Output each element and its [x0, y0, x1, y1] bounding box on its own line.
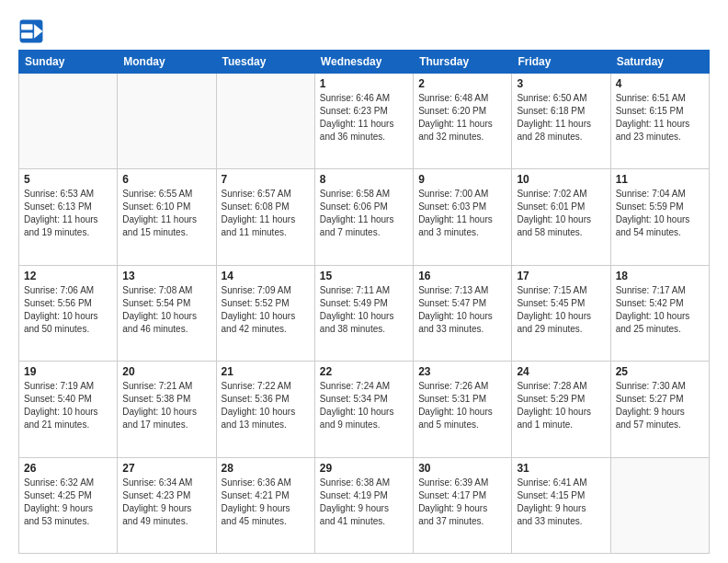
day-cell: 9Sunrise: 7:00 AMSunset: 6:03 PMDaylight…	[414, 169, 512, 265]
day-cell: 17Sunrise: 7:15 AMSunset: 5:45 PMDayligh…	[512, 265, 610, 361]
day-cell: 18Sunrise: 7:17 AMSunset: 5:42 PMDayligh…	[610, 265, 709, 361]
day-info: Sunrise: 6:39 AMSunset: 4:17 PMDaylight:…	[418, 477, 506, 528]
day-cell: 16Sunrise: 7:13 AMSunset: 5:47 PMDayligh…	[414, 265, 512, 361]
day-cell: 22Sunrise: 7:24 AMSunset: 5:34 PMDayligh…	[314, 362, 413, 457]
day-info: Sunrise: 6:46 AMSunset: 6:23 PMDaylight:…	[320, 92, 408, 144]
day-number: 1	[320, 77, 408, 90]
day-cell: 30Sunrise: 6:39 AMSunset: 4:17 PMDayligh…	[414, 457, 512, 553]
week-row: 12Sunrise: 7:06 AMSunset: 5:56 PMDayligh…	[19, 265, 710, 361]
day-number: 31	[517, 462, 605, 475]
day-cell: 12Sunrise: 7:06 AMSunset: 5:56 PMDayligh…	[19, 265, 118, 361]
day-info: Sunrise: 7:04 AMSunset: 5:59 PMDaylight:…	[616, 188, 704, 239]
day-number: 28	[222, 462, 310, 475]
day-cell: 6Sunrise: 6:55 AMSunset: 6:10 PMDaylight…	[118, 169, 216, 265]
day-info: Sunrise: 7:02 AMSunset: 6:01 PMDaylight:…	[517, 188, 605, 239]
weekday-header: Sunday	[19, 51, 118, 74]
week-row: 19Sunrise: 7:19 AMSunset: 5:40 PMDayligh…	[19, 362, 710, 457]
day-cell: 3Sunrise: 6:50 AMSunset: 6:18 PMDaylight…	[512, 74, 610, 169]
day-info: Sunrise: 6:34 AMSunset: 4:23 PMDaylight:…	[122, 477, 210, 528]
day-number: 29	[320, 462, 408, 475]
day-cell: 15Sunrise: 7:11 AMSunset: 5:49 PMDayligh…	[314, 265, 413, 361]
week-row: 1Sunrise: 6:46 AMSunset: 6:23 PMDaylight…	[19, 74, 710, 169]
weekday-header: Wednesday	[314, 51, 413, 74]
day-cell	[216, 74, 314, 169]
svg-rect-3	[21, 33, 32, 39]
day-number: 10	[517, 173, 605, 186]
day-cell: 26Sunrise: 6:32 AMSunset: 4:25 PMDayligh…	[19, 457, 118, 553]
day-cell: 19Sunrise: 7:19 AMSunset: 5:40 PMDayligh…	[19, 362, 118, 457]
day-info: Sunrise: 7:22 AMSunset: 5:36 PMDaylight:…	[222, 380, 310, 431]
day-number: 22	[320, 365, 408, 378]
day-number: 5	[24, 173, 112, 186]
day-info: Sunrise: 6:53 AMSunset: 6:13 PMDaylight:…	[24, 188, 112, 239]
day-info: Sunrise: 7:17 AMSunset: 5:42 PMDaylight:…	[616, 284, 704, 336]
header-row: SundayMondayTuesdayWednesdayThursdayFrid…	[19, 51, 710, 74]
day-info: Sunrise: 6:57 AMSunset: 6:08 PMDaylight:…	[222, 188, 310, 239]
day-number: 21	[222, 365, 310, 378]
day-info: Sunrise: 7:00 AMSunset: 6:03 PMDaylight:…	[418, 188, 506, 239]
day-cell: 1Sunrise: 6:46 AMSunset: 6:23 PMDaylight…	[314, 74, 413, 169]
day-number: 15	[320, 270, 408, 282]
page: SundayMondayTuesdayWednesdayThursdayFrid…	[0, 0, 728, 563]
day-cell	[610, 457, 709, 553]
day-number: 4	[616, 77, 704, 90]
day-number: 26	[24, 462, 112, 475]
day-info: Sunrise: 7:30 AMSunset: 5:27 PMDaylight:…	[616, 380, 704, 431]
day-info: Sunrise: 7:19 AMSunset: 5:40 PMDaylight:…	[24, 380, 112, 431]
day-info: Sunrise: 7:08 AMSunset: 5:54 PMDaylight:…	[122, 284, 210, 336]
day-cell: 21Sunrise: 7:22 AMSunset: 5:36 PMDayligh…	[216, 362, 314, 457]
weekday-header: Monday	[118, 51, 216, 74]
day-number: 23	[418, 365, 506, 378]
weekday-header: Thursday	[414, 51, 512, 74]
day-number: 19	[24, 365, 112, 378]
day-info: Sunrise: 6:51 AMSunset: 6:15 PMDaylight:…	[616, 92, 704, 144]
day-cell	[118, 74, 216, 169]
day-cell	[19, 74, 118, 169]
day-info: Sunrise: 6:41 AMSunset: 4:15 PMDaylight:…	[517, 477, 605, 528]
day-cell: 20Sunrise: 7:21 AMSunset: 5:38 PMDayligh…	[118, 362, 216, 457]
calendar-body: 1Sunrise: 6:46 AMSunset: 6:23 PMDaylight…	[19, 74, 710, 554]
logo-icon	[18, 18, 44, 44]
day-cell: 11Sunrise: 7:04 AMSunset: 5:59 PMDayligh…	[610, 169, 709, 265]
day-number: 17	[517, 270, 605, 282]
day-cell: 24Sunrise: 7:28 AMSunset: 5:29 PMDayligh…	[512, 362, 610, 457]
day-cell: 4Sunrise: 6:51 AMSunset: 6:15 PMDaylight…	[610, 74, 709, 169]
day-number: 20	[122, 365, 210, 378]
day-cell: 23Sunrise: 7:26 AMSunset: 5:31 PMDayligh…	[414, 362, 512, 457]
day-info: Sunrise: 7:06 AMSunset: 5:56 PMDaylight:…	[24, 284, 112, 336]
day-cell: 28Sunrise: 6:36 AMSunset: 4:21 PMDayligh…	[216, 457, 314, 553]
weekday-header: Saturday	[610, 51, 709, 74]
day-cell: 7Sunrise: 6:57 AMSunset: 6:08 PMDaylight…	[216, 169, 314, 265]
day-number: 8	[320, 173, 408, 186]
top-area	[18, 17, 710, 44]
weekday-header: Friday	[512, 51, 610, 74]
weekday-header: Tuesday	[216, 51, 314, 74]
day-cell: 2Sunrise: 6:48 AMSunset: 6:20 PMDaylight…	[414, 74, 512, 169]
day-cell: 13Sunrise: 7:08 AMSunset: 5:54 PMDayligh…	[118, 265, 216, 361]
day-number: 7	[222, 173, 310, 186]
day-info: Sunrise: 7:15 AMSunset: 5:45 PMDaylight:…	[517, 284, 605, 336]
day-number: 11	[616, 173, 704, 186]
day-cell: 25Sunrise: 7:30 AMSunset: 5:27 PMDayligh…	[610, 362, 709, 457]
day-number: 12	[24, 270, 112, 282]
day-info: Sunrise: 7:11 AMSunset: 5:49 PMDaylight:…	[320, 284, 408, 336]
day-number: 13	[122, 270, 210, 282]
day-info: Sunrise: 7:09 AMSunset: 5:52 PMDaylight:…	[222, 284, 310, 336]
day-info: Sunrise: 7:24 AMSunset: 5:34 PMDaylight:…	[320, 380, 408, 431]
calendar-header: SundayMondayTuesdayWednesdayThursdayFrid…	[19, 51, 710, 74]
day-info: Sunrise: 7:26 AMSunset: 5:31 PMDaylight:…	[418, 380, 506, 431]
calendar-table: SundayMondayTuesdayWednesdayThursdayFrid…	[18, 50, 710, 554]
day-info: Sunrise: 6:58 AMSunset: 6:06 PMDaylight:…	[320, 188, 408, 239]
day-number: 27	[122, 462, 210, 475]
day-cell: 8Sunrise: 6:58 AMSunset: 6:06 PMDaylight…	[314, 169, 413, 265]
day-number: 16	[418, 270, 506, 282]
day-number: 25	[616, 365, 704, 378]
day-cell: 27Sunrise: 6:34 AMSunset: 4:23 PMDayligh…	[118, 457, 216, 553]
day-info: Sunrise: 7:21 AMSunset: 5:38 PMDaylight:…	[122, 380, 210, 431]
day-cell: 31Sunrise: 6:41 AMSunset: 4:15 PMDayligh…	[512, 457, 610, 553]
day-number: 14	[222, 270, 310, 282]
day-number: 18	[616, 270, 704, 282]
logo	[18, 18, 48, 44]
day-number: 30	[418, 462, 506, 475]
day-cell: 29Sunrise: 6:38 AMSunset: 4:19 PMDayligh…	[314, 457, 413, 553]
